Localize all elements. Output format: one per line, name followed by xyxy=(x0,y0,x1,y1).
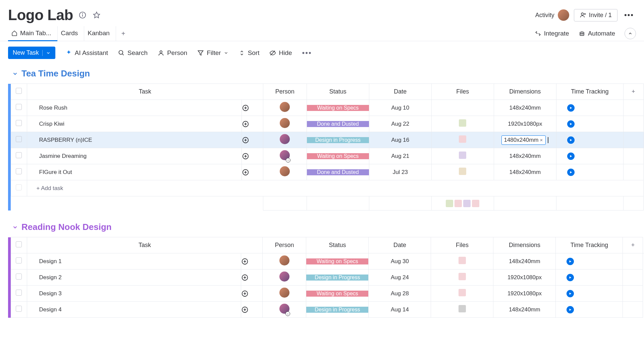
person-cell[interactable] xyxy=(263,269,306,286)
file-thumbnail[interactable] xyxy=(459,152,466,159)
task-name-cell[interactable]: Design 1 xyxy=(27,253,241,269)
date-cell[interactable]: Aug 28 xyxy=(369,286,431,302)
tab-cards[interactable]: Cards xyxy=(58,26,85,41)
dimensions-cell[interactable]: 148x240mm xyxy=(494,100,556,116)
avatar[interactable] xyxy=(558,9,569,21)
hide-button[interactable]: Hide xyxy=(269,49,292,57)
play-icon[interactable] xyxy=(567,274,574,281)
task-name-cell[interactable]: FIGure it Out xyxy=(27,164,241,180)
time-tracking-cell[interactable] xyxy=(556,253,623,269)
invite-button[interactable]: Invite / 1 xyxy=(574,9,618,21)
column-date[interactable]: Date xyxy=(369,237,431,253)
column-status[interactable]: Status xyxy=(306,237,369,253)
column-dimensions[interactable]: Dimensions xyxy=(494,84,556,100)
date-cell[interactable]: Jul 23 xyxy=(369,164,431,180)
expand-row-button[interactable] xyxy=(241,269,263,286)
person-cell[interactable] xyxy=(263,164,307,180)
add-tab-button[interactable]: + xyxy=(116,26,131,41)
play-icon[interactable] xyxy=(567,169,575,176)
row-checkbox[interactable] xyxy=(11,269,27,286)
files-cell[interactable] xyxy=(431,164,494,180)
row-checkbox[interactable] xyxy=(11,116,27,132)
file-thumbnail[interactable] xyxy=(459,119,466,127)
person-cell[interactable] xyxy=(263,286,306,302)
time-tracking-cell[interactable] xyxy=(556,164,623,180)
dimensions-cell[interactable]: 148x240mm xyxy=(493,253,556,269)
dimensions-value[interactable]: 644x362px xyxy=(507,290,542,297)
column-time[interactable]: Time Tracking xyxy=(556,84,623,100)
column-status[interactable]: Status xyxy=(307,84,369,100)
dimensions-cell[interactable]: 644x362px xyxy=(494,116,556,132)
status-cell[interactable]: Design in Progress xyxy=(307,132,369,148)
file-thumbnail[interactable] xyxy=(459,168,466,175)
task-name-cell[interactable]: Design 3 xyxy=(27,286,241,302)
tab-main[interactable]: Main Tab... xyxy=(8,26,58,41)
time-tracking-cell[interactable] xyxy=(556,100,623,116)
row-checkbox[interactable] xyxy=(11,132,27,148)
dimensions-value[interactable]: 644x362px xyxy=(508,121,542,127)
person-cell[interactable]: ⌂ xyxy=(263,148,307,164)
column-date[interactable]: Date xyxy=(369,84,431,100)
expand-row-button[interactable] xyxy=(241,132,263,148)
expand-row-button[interactable] xyxy=(241,302,263,318)
files-cell[interactable] xyxy=(431,132,494,148)
expand-row-button[interactable] xyxy=(241,148,263,164)
clear-icon[interactable]: × xyxy=(539,137,543,143)
dimensions-value[interactable]: 148x240mm xyxy=(509,105,541,111)
info-icon[interactable] xyxy=(78,10,87,20)
row-checkbox[interactable] xyxy=(11,100,27,116)
person-filter-button[interactable]: Person xyxy=(158,49,187,57)
dimensions-value[interactable]: 148x240mm xyxy=(509,258,540,264)
status-cell[interactable]: Done and Dusted xyxy=(307,164,369,180)
file-thumbnail[interactable] xyxy=(459,257,466,264)
more-menu-icon[interactable]: ••• xyxy=(622,9,636,21)
status-cell[interactable]: Waiting on Specs xyxy=(307,100,369,116)
dimensions-value[interactable]: 148x240mm xyxy=(509,169,541,175)
group-header[interactable]: Tea Time Design xyxy=(8,67,644,83)
status-cell[interactable]: Design in Progress xyxy=(306,269,369,286)
dimensions-value[interactable]: 148x240mm xyxy=(509,153,541,159)
time-tracking-cell[interactable] xyxy=(556,286,623,302)
expand-row-button[interactable] xyxy=(241,286,263,302)
add-column-button[interactable]: + xyxy=(623,84,643,100)
add-task-row[interactable]: + Add task xyxy=(8,180,644,196)
column-files[interactable]: Files xyxy=(431,237,493,253)
sort-button[interactable]: Sort xyxy=(238,49,260,57)
dimensions-cell[interactable]: 148x240mm xyxy=(494,148,556,164)
row-checkbox[interactable] xyxy=(11,302,27,318)
files-cell[interactable] xyxy=(431,302,493,318)
dimensions-input[interactable]: 1480x240mm× xyxy=(501,135,546,145)
status-cell[interactable]: Design in Progress xyxy=(306,302,369,318)
date-cell[interactable]: Aug 22 xyxy=(369,116,431,132)
date-cell[interactable]: Aug 10 xyxy=(369,100,431,116)
file-thumbnail[interactable] xyxy=(459,289,466,296)
person-cell[interactable] xyxy=(263,253,306,269)
dimensions-cell[interactable]: 1480x240mm× xyxy=(494,132,556,148)
task-name-cell[interactable]: Design 4 xyxy=(27,302,241,318)
task-name-cell[interactable]: RASPBERRY (n)ICE xyxy=(27,132,241,148)
search-button[interactable]: Search xyxy=(118,49,148,57)
dimensions-value[interactable]: 148x240mm xyxy=(509,306,540,313)
select-all[interactable] xyxy=(11,84,27,100)
expand-row-button[interactable] xyxy=(241,253,263,269)
time-tracking-cell[interactable] xyxy=(556,148,623,164)
automate-button[interactable]: Automate xyxy=(579,30,615,37)
column-person[interactable]: Person xyxy=(263,237,306,253)
files-cell[interactable] xyxy=(431,286,493,302)
task-name-cell[interactable]: Design 2 xyxy=(27,269,241,286)
expand-row-button[interactable] xyxy=(241,100,263,116)
files-cell[interactable] xyxy=(431,148,494,164)
files-cell[interactable] xyxy=(431,253,493,269)
time-tracking-cell[interactable] xyxy=(556,269,623,286)
column-person[interactable]: Person xyxy=(263,84,307,100)
column-time[interactable]: Time Tracking xyxy=(556,237,623,253)
time-tracking-cell[interactable] xyxy=(556,116,623,132)
row-checkbox[interactable] xyxy=(11,286,27,302)
filter-button[interactable]: Filter xyxy=(197,49,228,57)
date-cell[interactable]: Aug 30 xyxy=(369,253,431,269)
files-cell[interactable] xyxy=(431,100,494,116)
date-cell[interactable]: Aug 24 xyxy=(369,269,431,286)
dimensions-cell[interactable]: 148x240mm xyxy=(494,164,556,180)
date-cell[interactable]: Aug 16 xyxy=(369,132,431,148)
person-cell[interactable] xyxy=(263,132,307,148)
